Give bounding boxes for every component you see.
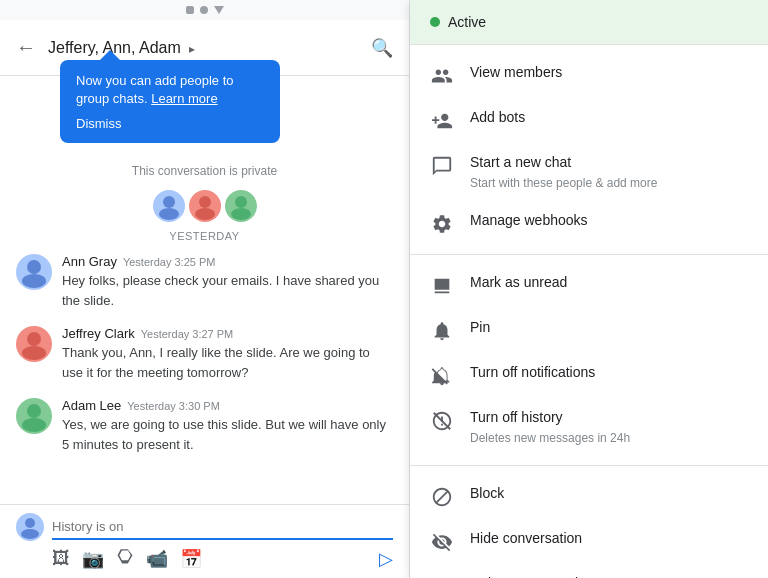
list-item[interactable]: Mark as unread xyxy=(410,263,768,308)
sender-name: Jeffrey Clark xyxy=(62,326,135,341)
footer-input-row xyxy=(16,513,393,541)
list-item[interactable]: Turn off notifications xyxy=(410,353,768,398)
menu-item-content: Turn off history Deletes new messages in… xyxy=(470,408,748,446)
message-header: Ann Gray Yesterday 3:25 PM xyxy=(62,254,393,269)
bell-off-icon xyxy=(430,364,454,388)
menu-item-content: Mark as unread xyxy=(470,273,748,293)
table-row: Adam Lee Yesterday 3:30 PM Yes, we are g… xyxy=(16,398,393,454)
message-text: Hey folks, please check your emails. I h… xyxy=(62,271,393,310)
drive-icon[interactable] xyxy=(116,547,134,570)
video-icon[interactable]: 📹 xyxy=(146,548,168,570)
chat-icon xyxy=(430,154,454,178)
flag-icon xyxy=(430,274,454,298)
menu-item-content: Start a new chat Start with these people… xyxy=(470,153,748,191)
table-row: Ann Gray Yesterday 3:25 PM Hey folks, pl… xyxy=(16,254,393,310)
context-menu: Active View members Add bots xyxy=(410,0,768,578)
dot-2 xyxy=(200,6,208,14)
dropdown-header: Active xyxy=(410,0,768,45)
sender-name: Adam Lee xyxy=(62,398,121,413)
svg-point-2 xyxy=(199,196,211,208)
menu-item-label: Delete conversation xyxy=(470,574,748,578)
group-avatars xyxy=(0,182,409,226)
search-button[interactable]: 🔍 xyxy=(371,37,393,59)
message-text: Yes, we are going to use this slide. But… xyxy=(62,415,393,454)
svg-point-6 xyxy=(27,260,41,274)
camera-icon[interactable]: 📷 xyxy=(82,548,104,570)
hide-icon xyxy=(430,530,454,554)
svg-point-1 xyxy=(159,208,179,220)
tooltip-text: Now you can add people to group chats. L… xyxy=(76,72,264,108)
menu-item-content: Pin xyxy=(470,318,748,338)
message-time: Yesterday 3:30 PM xyxy=(127,400,220,412)
menu-item-content: View members xyxy=(470,63,748,83)
menu-item-label: Add bots xyxy=(470,108,748,128)
active-status-label: Active xyxy=(448,14,486,30)
svg-point-0 xyxy=(163,196,175,208)
list-item[interactable]: Start a new chat Start with these people… xyxy=(410,143,768,201)
table-row: Jeffrey Clark Yesterday 3:27 PM Thank yo… xyxy=(16,326,393,382)
menu-item-content: Manage webhooks xyxy=(470,211,748,231)
menu-item-sublabel: Deletes new messages in 24h xyxy=(470,430,748,447)
list-item[interactable]: View members xyxy=(410,53,768,98)
list-item[interactable]: Delete conversation xyxy=(410,564,768,578)
menu-item-label: Turn off notifications xyxy=(470,363,748,383)
avatar-adam xyxy=(225,190,257,222)
dot-3 xyxy=(214,6,224,14)
block-icon xyxy=(430,485,454,509)
svg-point-10 xyxy=(27,404,41,418)
image-icon[interactable]: 🖼 xyxy=(52,548,70,569)
menu-item-label: Block xyxy=(470,484,748,504)
message-content: Adam Lee Yesterday 3:30 PM Yes, we are g… xyxy=(62,398,393,454)
svg-point-9 xyxy=(22,346,46,360)
menu-item-label: Mark as unread xyxy=(470,273,748,293)
calendar-icon[interactable]: 📅 xyxy=(180,548,202,570)
svg-point-11 xyxy=(22,418,46,432)
active-status-dot xyxy=(430,17,440,27)
svg-point-8 xyxy=(27,332,41,346)
menu-section-1: View members Add bots Start a new chat xyxy=(410,45,768,255)
menu-item-label: Manage webhooks xyxy=(470,211,748,231)
history-off-icon xyxy=(430,409,454,433)
svg-point-4 xyxy=(235,196,247,208)
message-content: Jeffrey Clark Yesterday 3:27 PM Thank yo… xyxy=(62,326,393,382)
svg-point-5 xyxy=(231,208,251,220)
menu-item-content: Block xyxy=(470,484,748,504)
avatar xyxy=(16,326,52,362)
title-expand-icon[interactable]: ▸ xyxy=(189,42,195,56)
footer-avatar xyxy=(16,513,44,541)
menu-item-content: Hide conversation xyxy=(470,529,748,549)
message-header: Adam Lee Yesterday 3:30 PM xyxy=(62,398,393,413)
back-button[interactable]: ← xyxy=(16,36,36,59)
list-item[interactable]: Add bots xyxy=(410,98,768,143)
pin-icon xyxy=(430,319,454,343)
message-content: Ann Gray Yesterday 3:25 PM Hey folks, pl… xyxy=(62,254,393,310)
menu-item-label: View members xyxy=(470,63,748,83)
sender-name: Ann Gray xyxy=(62,254,117,269)
tooltip-learn-more-link[interactable]: Learn more xyxy=(151,91,217,106)
avatar xyxy=(16,254,52,290)
chat-title: Jeffery, Ann, Adam ▸ xyxy=(48,39,371,57)
tooltip-dismiss-button[interactable]: Dismiss xyxy=(76,116,264,131)
messages-area: Ann Gray Yesterday 3:25 PM Hey folks, pl… xyxy=(0,254,409,504)
list-item[interactable]: Hide conversation xyxy=(410,519,768,564)
send-button[interactable]: ▷ xyxy=(379,548,393,570)
menu-section-3: Block Hide conversation Delete conversat xyxy=(410,466,768,578)
message-time: Yesterday 3:27 PM xyxy=(141,328,234,340)
menu-item-content: Add bots xyxy=(470,108,748,128)
list-item[interactable]: Pin xyxy=(410,308,768,353)
message-time: Yesterday 3:25 PM xyxy=(123,256,216,268)
private-notice: This conversation is private xyxy=(0,156,409,182)
list-item[interactable]: Manage webhooks xyxy=(410,201,768,246)
message-input[interactable] xyxy=(52,515,393,540)
settings-icon xyxy=(430,212,454,236)
menu-section-2: Mark as unread Pin Turn off notification xyxy=(410,255,768,465)
list-item[interactable]: Block xyxy=(410,474,768,519)
list-item[interactable]: Turn off history Deletes new messages in… xyxy=(410,398,768,456)
message-header: Jeffrey Clark Yesterday 3:27 PM xyxy=(62,326,393,341)
chat-footer: 🖼 📷 📹 📅 ▷ xyxy=(0,504,409,578)
dot-1 xyxy=(186,6,194,14)
svg-point-12 xyxy=(25,518,35,528)
message-text: Thank you, Ann, I really like the slide.… xyxy=(62,343,393,382)
footer-action-bar: 🖼 📷 📹 📅 ▷ xyxy=(16,547,393,570)
svg-point-3 xyxy=(195,208,215,220)
